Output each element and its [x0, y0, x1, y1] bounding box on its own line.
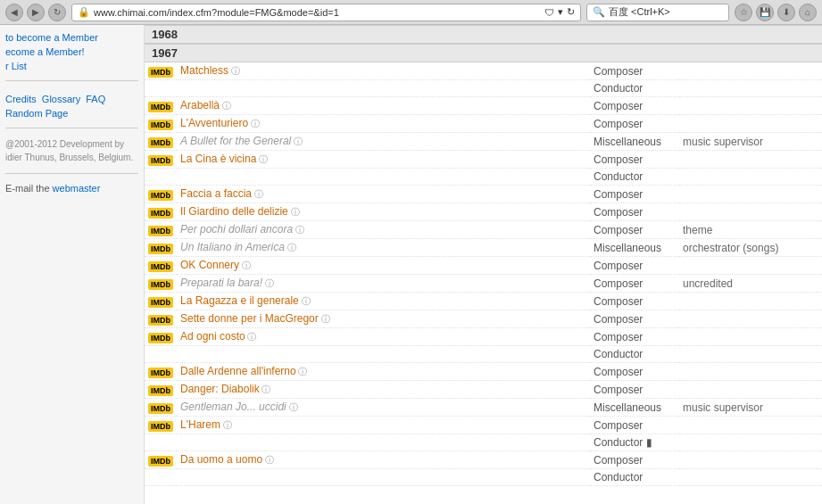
film-title[interactable]: OK Connery	[180, 259, 239, 271]
info-icon[interactable]: ⓘ	[296, 367, 308, 376]
title-col: La Cina è vicina ⓘ	[177, 151, 590, 169]
download-button[interactable]: ⬇	[777, 4, 795, 21]
info-icon[interactable]: ⓘ	[220, 420, 232, 430]
role-cell: Composer	[590, 221, 679, 239]
faq-link[interactable]: FAQ	[86, 94, 105, 104]
search-bar[interactable]: 🔍 百度 <Ctrl+K>	[586, 4, 729, 21]
film-title[interactable]: Un Italiano in America	[180, 241, 285, 253]
info-icon[interactable]: ⓘ	[220, 101, 231, 111]
imdb-col: IMDb	[145, 239, 177, 257]
imdb-badge[interactable]: IMDb	[148, 385, 173, 396]
info-icon[interactable]: ⓘ	[248, 119, 260, 128]
imdb-badge[interactable]: IMDb	[148, 368, 173, 378]
imdb-badge[interactable]: IMDb	[148, 315, 173, 326]
imdb-badge[interactable]: IMDb	[148, 244, 173, 254]
table-row: IMDbIl Giardino delle delizie ⓘComposer	[145, 203, 822, 221]
title-col: Matchless ⓘ	[177, 62, 590, 80]
info-icon[interactable]: ⓘ	[293, 225, 304, 235]
imdb-badge[interactable]: IMDb	[148, 333, 173, 343]
bookmark-star-button[interactable]: ☆	[735, 4, 752, 21]
random-page-link[interactable]: Random Page	[5, 108, 138, 119]
info-icon[interactable]: ⓘ	[228, 66, 240, 76]
info-icon[interactable]: ⓘ	[286, 402, 298, 412]
glossary-link[interactable]: Glossary	[42, 94, 80, 104]
info-icon[interactable]: ⓘ	[256, 154, 268, 164]
imdb-badge[interactable]: IMDb	[148, 226, 173, 236]
table-row: IMDbGentleman Jo... uccidi ⓘMiscellaneou…	[145, 399, 822, 417]
title-col: A Bullet for the General ⓘ	[177, 133, 590, 151]
title-col: Dalle Ardenne all'inferno ⓘ	[177, 363, 590, 381]
role-cell: Composer	[590, 417, 679, 434]
film-title[interactable]: Ad ogni costo	[180, 330, 245, 343]
save-button[interactable]: 💾	[756, 4, 774, 21]
film-title[interactable]: Il Giardino delle delizie	[180, 205, 288, 218]
info-icon[interactable]: ⓘ	[291, 136, 303, 146]
info-icon[interactable]: ⓘ	[262, 278, 274, 288]
imdb-badge[interactable]: IMDb	[148, 208, 173, 219]
film-title[interactable]: Preparati la bara!	[180, 277, 262, 289]
credits-link[interactable]: Credits	[5, 94, 37, 104]
list-link[interactable]: r List	[5, 61, 138, 71]
imdb-badge[interactable]: IMDb	[148, 421, 173, 432]
imdb-badge[interactable]: IMDb	[148, 137, 173, 148]
imdb-badge[interactable]: IMDb	[148, 297, 173, 308]
forward-button[interactable]: ▶	[27, 4, 45, 21]
film-title[interactable]: Faccia a faccia	[180, 187, 252, 200]
film-title[interactable]: A Bullet for the General	[180, 135, 291, 147]
home-button[interactable]: ⌂	[799, 4, 817, 21]
imdb-col: IMDb	[145, 257, 177, 275]
film-title[interactable]: Dalle Ardenne all'inferno	[180, 365, 296, 377]
table-row: IMDbL'Avventuriero ⓘComposer	[145, 115, 822, 133]
imdb-badge[interactable]: IMDb	[148, 403, 173, 414]
title-col: La Ragazza e il generale ⓘ	[177, 293, 590, 310]
imdb-col: IMDb	[145, 203, 177, 221]
film-title[interactable]: Arabellà	[180, 99, 220, 112]
back-button[interactable]: ◀	[5, 4, 23, 21]
film-title[interactable]: Gentleman Jo... uccidi	[180, 401, 286, 413]
film-title[interactable]: Da uomo a uomo	[180, 453, 262, 466]
info-icon[interactable]: ⓘ	[285, 243, 296, 252]
info-icon[interactable]: ⓘ	[299, 296, 311, 306]
year-header-1968: 1968	[145, 25, 822, 44]
title-col: Faccia a faccia ⓘ	[177, 186, 590, 203]
extra-col-empty	[679, 346, 822, 363]
film-title[interactable]: Matchless	[180, 64, 228, 77]
role-cell: Composer	[590, 451, 679, 469]
become-member-link2[interactable]: ecome a Member!	[5, 46, 138, 57]
extra-cell: music supervisor	[679, 133, 822, 151]
become-member-link[interactable]: to become a Member	[5, 32, 138, 43]
info-icon[interactable]: ⓘ	[252, 189, 263, 199]
imdb-badge[interactable]: IMDb	[148, 67, 173, 78]
info-icon[interactable]: ⓘ	[260, 384, 271, 394]
role-cell: Composer	[590, 203, 679, 221]
extra-col-empty	[679, 469, 822, 486]
info-icon[interactable]: ⓘ	[239, 260, 251, 270]
film-title[interactable]: La Cina è vicina	[180, 153, 256, 165]
info-icon[interactable]: ⓘ	[288, 207, 300, 217]
imdb-badge[interactable]: IMDb	[148, 190, 173, 201]
imdb-badge[interactable]: IMDb	[148, 279, 173, 290]
address-bar[interactable]: 🔒 www.chimai.com/index.cfm?module=FMG&mo…	[71, 4, 581, 21]
film-title[interactable]: Sette donne per i MacGregor	[180, 312, 319, 325]
extra-cell	[679, 417, 822, 434]
imdb-badge[interactable]: IMDb	[148, 120, 173, 130]
imdb-badge[interactable]: IMDb	[148, 456, 173, 467]
webmaster-link[interactable]: webmaster	[53, 183, 101, 194]
film-title[interactable]: L'Harem	[180, 418, 220, 431]
imdb-col: IMDb	[145, 310, 177, 328]
info-icon[interactable]: ⓘ	[262, 455, 274, 465]
role-cell-sub: Conductor ▮	[590, 434, 679, 451]
imdb-badge[interactable]: IMDb	[148, 155, 173, 166]
film-title[interactable]: L'Avventuriero	[180, 117, 248, 129]
role-cell-sub: Conductor	[590, 169, 679, 186]
imdb-badge[interactable]: IMDb	[148, 261, 173, 272]
film-title[interactable]: Danger: Diabolik	[180, 383, 260, 395]
film-title[interactable]: La Ragazza e il generale	[180, 294, 299, 307]
table-row-sub: Conductor ▮	[145, 434, 822, 451]
info-icon[interactable]: ⓘ	[319, 314, 330, 324]
reload-button[interactable]: ↻	[48, 4, 66, 21]
imdb-badge[interactable]: IMDb	[148, 102, 173, 112]
film-title[interactable]: Per pochi dollari ancora	[180, 223, 293, 235]
menu-row: Credits Glossary FAQ	[5, 94, 138, 104]
info-icon[interactable]: ⓘ	[245, 332, 257, 342]
